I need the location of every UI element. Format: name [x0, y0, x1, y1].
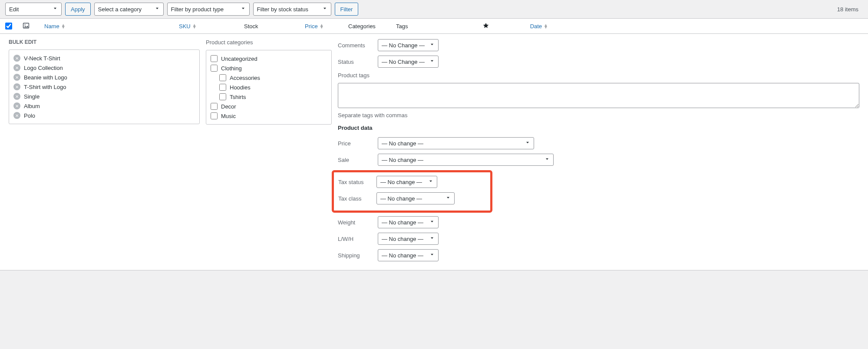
- tax-status-label: Tax status: [338, 179, 371, 185]
- column-name[interactable]: Name ▲▼: [44, 23, 179, 30]
- bulk-edit-panel: BULK EDIT ✕ V-Neck T-Shirt ✕ Logo Collec…: [0, 34, 868, 270]
- column-featured: [483, 23, 505, 30]
- chevron-down-icon: [429, 219, 435, 226]
- selected-product: ✕ T-Shirt with Logo: [13, 82, 195, 92]
- column-price[interactable]: Price ▲▼: [305, 23, 348, 30]
- chevron-down-icon: [428, 179, 433, 185]
- chevron-down-icon: [53, 6, 58, 13]
- product-categories-label: Product categories: [206, 39, 332, 46]
- column-price-label: Price: [305, 23, 318, 30]
- column-sku-label: SKU: [179, 23, 191, 30]
- category-label: Uncategorized: [221, 56, 257, 62]
- sale-value: — No change —: [382, 157, 423, 163]
- category-checkbox[interactable]: [211, 55, 218, 62]
- category-label: Decor: [221, 103, 236, 110]
- item-count: 18 items: [837, 6, 863, 13]
- sort-icon: ▲▼: [320, 24, 324, 28]
- shipping-label: Shipping: [338, 252, 373, 259]
- status-select[interactable]: — No Change —: [378, 56, 439, 68]
- chevron-down-icon: [545, 157, 550, 163]
- tax-class-label: Tax class: [338, 195, 371, 202]
- selected-product: ✕ Polo: [13, 111, 195, 120]
- category-item: Music: [211, 111, 327, 121]
- category-checkbox[interactable]: [211, 112, 218, 119]
- products-table-header: Name ▲▼ SKU ▲▼ Stock Price ▲▼ Categories…: [0, 18, 868, 34]
- svg-point-1: [24, 24, 25, 25]
- remove-icon[interactable]: ✕: [13, 55, 20, 62]
- status-value: — No Change —: [382, 59, 425, 65]
- remove-icon[interactable]: ✕: [13, 64, 20, 71]
- selected-product: ✕ Logo Collection: [13, 63, 195, 72]
- price-select[interactable]: — No change —: [378, 137, 534, 149]
- category-item: Accessories: [211, 73, 327, 82]
- type-filter-select[interactable]: Filter by product type: [167, 3, 250, 16]
- category-item: Clothing: [211, 63, 327, 73]
- type-filter-value: Filter by product type: [171, 6, 224, 13]
- category-checklist: Uncategorized Clothing Accessories Hoodi…: [206, 50, 332, 125]
- shipping-value: — No change —: [382, 252, 423, 259]
- column-tags-label: Tags: [396, 23, 408, 30]
- comments-select[interactable]: — No Change —: [378, 39, 439, 51]
- category-checkbox[interactable]: [219, 93, 226, 100]
- sale-label: Sale: [338, 157, 373, 163]
- column-sku[interactable]: SKU ▲▼: [179, 23, 244, 30]
- star-icon: [483, 23, 489, 30]
- chevron-down-icon: [155, 6, 160, 13]
- bulk-toolbar: Edit Apply Select a category Filter by p…: [0, 0, 868, 18]
- selected-product: ✕ Beanie with Logo: [13, 72, 195, 82]
- lwh-select[interactable]: — No change —: [378, 233, 439, 245]
- selected-product-label: V-Neck T-Shirt: [24, 55, 60, 62]
- weight-value: — No change —: [382, 219, 423, 226]
- bulk-edit-title: BULK EDIT: [9, 39, 200, 45]
- category-label: Accessories: [230, 75, 260, 81]
- column-date-label: Date: [530, 23, 542, 30]
- remove-icon[interactable]: ✕: [13, 102, 20, 109]
- selected-products-list: ✕ V-Neck T-Shirt ✕ Logo Collection ✕ Bea…: [9, 49, 200, 124]
- apply-button[interactable]: Apply: [65, 3, 91, 16]
- chevron-down-icon: [429, 42, 435, 49]
- category-checkbox[interactable]: [219, 74, 226, 81]
- category-item: Tshirts: [211, 92, 327, 102]
- tax-class-select[interactable]: — No change —: [376, 192, 455, 204]
- tax-highlight-box: Tax status — No change — Tax class — No …: [332, 170, 492, 213]
- category-checkbox[interactable]: [219, 84, 226, 91]
- category-label: Clothing: [221, 65, 242, 72]
- tax-status-select[interactable]: — No change —: [376, 176, 437, 188]
- comments-value: — No Change —: [382, 42, 425, 49]
- column-date[interactable]: Date ▲▼: [505, 23, 548, 30]
- column-stock-label: Stock: [244, 23, 258, 30]
- product-data-heading: Product data: [338, 125, 859, 131]
- price-value: — No change —: [382, 140, 423, 147]
- chevron-down-icon: [429, 59, 435, 65]
- selected-product: ✕ Single: [13, 92, 195, 101]
- remove-icon[interactable]: ✕: [13, 93, 20, 100]
- category-item: Decor: [211, 102, 327, 111]
- category-checkbox[interactable]: [211, 65, 218, 72]
- chevron-down-icon: [429, 252, 435, 259]
- select-all-checkbox[interactable]: [5, 23, 12, 30]
- category-checkbox[interactable]: [211, 103, 218, 110]
- product-tags-label: Product tags: [338, 72, 859, 79]
- sort-icon: ▲▼: [544, 24, 548, 28]
- remove-icon[interactable]: ✕: [13, 112, 20, 119]
- shipping-select[interactable]: — No change —: [378, 249, 439, 261]
- category-filter-select[interactable]: Select a category: [94, 3, 164, 16]
- selected-product-label: Logo Collection: [24, 65, 63, 71]
- weight-select[interactable]: — No change —: [378, 216, 439, 228]
- remove-icon[interactable]: ✕: [13, 74, 20, 81]
- lwh-value: — No change —: [382, 236, 423, 242]
- bulk-action-select[interactable]: Edit: [5, 3, 62, 16]
- remove-icon[interactable]: ✕: [13, 83, 20, 90]
- weight-label: Weight: [338, 219, 373, 226]
- stock-filter-select[interactable]: Filter by stock status: [253, 3, 331, 16]
- category-filter-value: Select a category: [98, 6, 142, 13]
- filter-button[interactable]: Filter: [335, 3, 359, 16]
- chevron-down-icon: [241, 6, 246, 13]
- chevron-down-icon: [525, 140, 530, 147]
- sale-select[interactable]: — No change —: [378, 154, 554, 166]
- chevron-down-icon: [429, 236, 435, 242]
- category-label: Music: [221, 113, 236, 119]
- product-tags-input[interactable]: [338, 83, 859, 108]
- column-categories-label: Categories: [348, 23, 376, 30]
- image-icon: [23, 22, 30, 30]
